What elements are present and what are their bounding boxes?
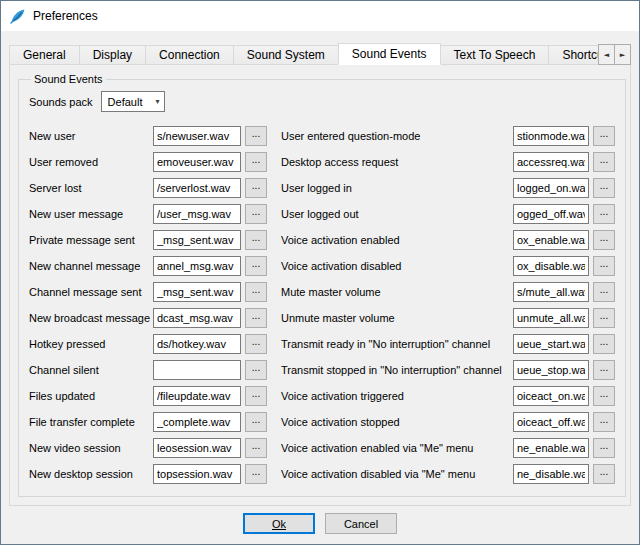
groupbox-title: Sound Events — [31, 73, 106, 85]
browse-button[interactable]: ... — [593, 152, 615, 172]
event-label: Voice activation enabled — [281, 234, 509, 246]
ok-button[interactable]: Ok — [243, 513, 315, 534]
tab-sound-events[interactable]: Sound Events — [338, 43, 441, 65]
sound-event-list: New user...User entered question-mode...… — [29, 126, 615, 484]
sound-event-row: User removed...Desktop access request... — [29, 152, 615, 172]
tab-sound-system[interactable]: Sound System — [233, 45, 339, 65]
sound-event-row: Files updated...Voice activation trigger… — [29, 386, 615, 406]
tab-connection[interactable]: Connection — [145, 45, 234, 65]
sound-event-row: New user...User entered question-mode... — [29, 126, 615, 146]
sound-file-input[interactable] — [513, 308, 589, 328]
sound-file-input[interactable] — [153, 178, 241, 198]
event-label: User entered question-mode — [281, 130, 509, 142]
event-label: New channel message — [29, 260, 149, 272]
browse-button[interactable]: ... — [245, 308, 267, 328]
browse-button[interactable]: ... — [245, 230, 267, 250]
browse-button[interactable]: ... — [245, 334, 267, 354]
browse-button[interactable]: ... — [593, 178, 615, 198]
sound-file-input[interactable] — [153, 126, 241, 146]
sounds-pack-dropdown[interactable]: Default ▾ — [101, 91, 165, 112]
tab-scroll-right-button[interactable]: ► — [614, 44, 631, 65]
event-label: User logged out — [281, 208, 509, 220]
browse-button[interactable]: ... — [245, 178, 267, 198]
browse-button[interactable]: ... — [593, 334, 615, 354]
sound-file-input[interactable] — [513, 178, 589, 198]
tab-scroll-left-button[interactable]: ◄ — [598, 44, 615, 65]
browse-button[interactable]: ... — [245, 204, 267, 224]
sound-file-input[interactable] — [513, 334, 589, 354]
cancel-button[interactable]: Cancel — [325, 513, 397, 534]
tab-general[interactable]: General — [9, 45, 80, 65]
browse-button[interactable]: ... — [245, 412, 267, 432]
sound-file-input[interactable] — [153, 334, 241, 354]
sound-file-input[interactable] — [513, 438, 589, 458]
event-label: Server lost — [29, 182, 149, 194]
browse-button[interactable]: ... — [593, 412, 615, 432]
event-label: Unmute master volume — [281, 312, 509, 324]
sound-file-input[interactable] — [513, 360, 589, 380]
sound-file-input[interactable] — [153, 204, 241, 224]
event-label: Transmit stopped in "No interruption" ch… — [281, 364, 509, 376]
browse-button[interactable]: ... — [593, 360, 615, 380]
event-label: Transmit ready in "No interruption" chan… — [281, 338, 509, 350]
sound-event-row: File transfer complete...Voice activatio… — [29, 412, 615, 432]
sound-events-groupbox: Sound Events Sounds pack Default ▾ New u… — [18, 73, 626, 497]
sound-file-input[interactable] — [513, 152, 589, 172]
sound-file-input[interactable] — [153, 438, 241, 458]
browse-button[interactable]: ... — [593, 282, 615, 302]
sounds-pack-value: Default — [108, 96, 143, 108]
sound-file-input[interactable] — [513, 204, 589, 224]
browse-button[interactable]: ... — [245, 126, 267, 146]
browse-button[interactable]: ... — [245, 256, 267, 276]
event-label: Files updated — [29, 390, 149, 402]
event-label: New desktop session — [29, 468, 149, 480]
sound-event-row: Channel silent...Transmit stopped in "No… — [29, 360, 615, 380]
sound-file-input[interactable] — [153, 282, 241, 302]
browse-button[interactable]: ... — [245, 152, 267, 172]
sound-file-input[interactable] — [153, 412, 241, 432]
browse-button[interactable]: ... — [245, 464, 267, 484]
sound-file-input[interactable] — [153, 230, 241, 250]
sound-file-input[interactable] — [153, 386, 241, 406]
sound-file-input[interactable] — [153, 464, 241, 484]
browse-button[interactable]: ... — [593, 308, 615, 328]
sound-file-input[interactable] — [513, 230, 589, 250]
event-label: Hotkey pressed — [29, 338, 149, 350]
browse-button[interactable]: ... — [245, 360, 267, 380]
sound-event-row: New desktop session...Voice activation d… — [29, 464, 615, 484]
sound-file-input[interactable] — [513, 464, 589, 484]
sound-file-input[interactable] — [153, 256, 241, 276]
browse-button[interactable]: ... — [245, 282, 267, 302]
sound-file-input[interactable] — [513, 412, 589, 432]
tab-strip: GeneralDisplayConnectionSound SystemSoun… — [9, 43, 631, 65]
browse-button[interactable]: ... — [593, 230, 615, 250]
sound-file-input[interactable] — [153, 308, 241, 328]
browse-button[interactable]: ... — [593, 386, 615, 406]
titlebar: Preferences — [1, 1, 639, 31]
browse-button[interactable]: ... — [593, 204, 615, 224]
window-title: Preferences — [33, 9, 98, 23]
tab-text-to-speech[interactable]: Text To Speech — [440, 45, 550, 65]
event-label: Desktop access request — [281, 156, 509, 168]
sound-file-input[interactable] — [153, 152, 241, 172]
sound-file-input[interactable] — [153, 360, 241, 380]
sound-file-input[interactable] — [513, 282, 589, 302]
chevron-down-icon: ▾ — [156, 97, 160, 106]
event-label: New user message — [29, 208, 149, 220]
sound-event-row: Server lost...User logged in... — [29, 178, 615, 198]
sound-file-input[interactable] — [513, 256, 589, 276]
tab-bar: GeneralDisplayConnectionSound SystemSoun… — [9, 43, 631, 65]
browse-button[interactable]: ... — [245, 438, 267, 458]
event-label: Channel silent — [29, 364, 149, 376]
tab-display[interactable]: Display — [79, 45, 146, 65]
browse-button[interactable]: ... — [593, 464, 615, 484]
sound-event-row: New channel message...Voice activation d… — [29, 256, 615, 276]
event-label: Private message sent — [29, 234, 149, 246]
sound-file-input[interactable] — [513, 126, 589, 146]
browse-button[interactable]: ... — [593, 438, 615, 458]
browse-button[interactable]: ... — [593, 256, 615, 276]
event-label: New broadcast message — [29, 312, 149, 324]
browse-button[interactable]: ... — [593, 126, 615, 146]
sound-file-input[interactable] — [513, 386, 589, 406]
browse-button[interactable]: ... — [245, 386, 267, 406]
